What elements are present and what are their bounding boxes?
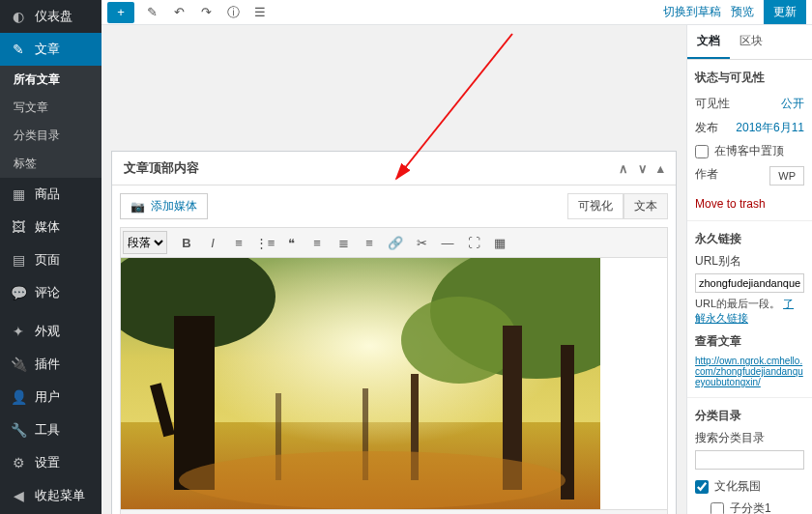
comments-icon: 💬 — [10, 284, 27, 301]
ol-button[interactable]: ⋮≡ — [252, 230, 277, 255]
sidebar-label: 评论 — [35, 284, 60, 301]
pages-icon: ▤ — [10, 251, 27, 269]
align-left-button[interactable]: ≡ — [304, 230, 330, 255]
sidebar-item-settings[interactable]: ⚙ 设置 — [0, 446, 102, 479]
sticky-label: 在博客中置顶 — [714, 143, 784, 159]
categories-title: 分类目录 — [695, 408, 804, 424]
sidebar-label: 商品 — [35, 186, 60, 203]
unlink-button[interactable]: ✂ — [409, 230, 434, 255]
media-icon: 🖾 — [10, 218, 27, 236]
visibility-label: 可见性 — [695, 96, 730, 112]
status-title: 状态与可见性 — [695, 70, 804, 86]
view-post-title: 查看文章 — [695, 333, 804, 350]
content-image — [121, 258, 600, 509]
url-last-label: URL的最后一段。 — [695, 298, 780, 309]
sidebar-item-pages[interactable]: ▤ 页面 — [0, 243, 102, 276]
text-tab[interactable]: 文本 — [624, 193, 668, 219]
visual-tab[interactable]: 可视化 — [567, 193, 624, 219]
pin-icon: ✎ — [10, 41, 27, 58]
sidebar-item-comments[interactable]: 💬 评论 — [0, 276, 102, 309]
format-select[interactable]: 段落 — [123, 231, 167, 254]
info-button[interactable]: ⓘ — [219, 2, 246, 23]
add-block-button[interactable]: + — [107, 2, 134, 23]
category-label: 子分类1 — [730, 500, 771, 514]
toggle-icon[interactable]: ▴ — [657, 161, 664, 176]
block-tab[interactable]: 区块 — [730, 25, 772, 59]
toolbar-toggle-button[interactable]: ▦ — [487, 230, 512, 255]
preview-link[interactable]: 预览 — [731, 4, 754, 20]
url-alias-label: URL别名 — [695, 253, 804, 270]
svg-point-5 — [401, 297, 517, 384]
editor-main: 文章顶部内容 ∧ ∨ ▴ 📷 添加媒体 可视化 文本 段落 B I ≡ ⋮≡ — [102, 25, 686, 514]
sidebar-label: 插件 — [35, 356, 60, 373]
category-checkbox-culture[interactable] — [695, 480, 709, 494]
chevron-down-icon[interactable]: ∨ — [638, 161, 648, 176]
editor-content-area[interactable] — [120, 258, 668, 510]
align-center-button[interactable]: ≣ — [331, 230, 356, 255]
submenu-new-post[interactable]: 写文章 — [0, 94, 102, 122]
sidebar-item-products[interactable]: ▦ 商品 — [0, 178, 102, 211]
post-url-link[interactable]: http://own.ngrok.cmhello.com/zhongfudeji… — [695, 356, 803, 387]
more-button[interactable]: — — [435, 230, 460, 255]
sidebar-item-dashboard[interactable]: ◐ 仪表盘 — [0, 0, 102, 33]
outline-button[interactable]: ☰ — [246, 2, 274, 23]
editor-status-bar: P — [120, 510, 668, 514]
editor-toolbar: 段落 B I ≡ ⋮≡ ❝ ≡ ≣ ≡ 🔗 ✂ — ⛶ ▦ — [120, 227, 668, 258]
permalink-title: 永久链接 — [695, 231, 804, 247]
italic-button[interactable]: I — [200, 230, 225, 255]
sidebar-item-media[interactable]: 🖾 媒体 — [0, 211, 102, 243]
search-categories-label: 搜索分类目录 — [695, 430, 804, 446]
ul-button[interactable]: ≡ — [226, 230, 251, 255]
sidebar-item-posts[interactable]: ✎ 文章 — [0, 33, 102, 66]
fullscreen-button[interactable]: ⛶ — [461, 230, 486, 255]
update-button[interactable]: 更新 — [764, 0, 806, 24]
settings-icon: ⚙ — [10, 454, 27, 471]
sidebar-item-users[interactable]: 👤 用户 — [0, 381, 102, 414]
undo-button[interactable]: ↶ — [165, 2, 192, 23]
sticky-checkbox[interactable] — [695, 145, 709, 158]
document-tab[interactable]: 文档 — [687, 25, 730, 59]
metabox-header: 文章顶部内容 ∧ ∨ ▴ — [112, 152, 676, 186]
trash-link[interactable]: Move to trash — [695, 197, 766, 211]
svg-rect-6 — [174, 316, 215, 490]
edit-icon[interactable]: ✎ — [138, 2, 165, 23]
posts-submenu: 所有文章 写文章 分类目录 标签 — [0, 66, 102, 178]
sidebar-label: 工具 — [35, 421, 60, 439]
submenu-categories[interactable]: 分类目录 — [0, 122, 102, 150]
sidebar-label: 文章 — [35, 41, 60, 58]
sidebar-label: 收起菜单 — [35, 487, 85, 504]
quote-button[interactable]: ❝ — [278, 230, 304, 255]
search-categories-input[interactable] — [695, 450, 804, 470]
chevron-up-icon[interactable]: ∧ — [619, 161, 628, 176]
sidebar-label: 页面 — [35, 251, 60, 269]
sidebar-label: 设置 — [35, 454, 60, 471]
author-label: 作者 — [695, 166, 718, 186]
redo-button[interactable]: ↷ — [192, 2, 219, 23]
tools-icon: 🔧 — [10, 421, 27, 439]
plugins-icon: 🔌 — [10, 356, 27, 373]
align-right-button[interactable]: ≡ — [357, 230, 382, 255]
switch-editor-link[interactable]: 切换到草稿 — [663, 4, 721, 20]
sidebar-label: 外观 — [35, 323, 60, 340]
publish-label: 发布 — [695, 120, 718, 136]
category-label: 文化氛围 — [714, 478, 761, 495]
url-alias-input[interactable] — [695, 273, 804, 293]
author-select[interactable]: WP — [769, 166, 804, 186]
link-button[interactable]: 🔗 — [383, 230, 408, 255]
admin-sidebar: ◐ 仪表盘 ✎ 文章 所有文章 写文章 分类目录 标签 ▦ 商品 🖾 媒体 ▤ … — [0, 0, 102, 514]
products-icon: ▦ — [10, 186, 27, 203]
add-media-button[interactable]: 📷 添加媒体 — [120, 193, 208, 219]
bold-button[interactable]: B — [174, 230, 199, 255]
publish-date[interactable]: 2018年6月11 — [736, 120, 804, 136]
sidebar-item-tools[interactable]: 🔧 工具 — [0, 414, 102, 446]
submenu-all-posts[interactable]: 所有文章 — [0, 66, 102, 94]
sidebar-item-plugins[interactable]: 🔌 插件 — [0, 348, 102, 381]
visibility-value[interactable]: 公开 — [781, 96, 804, 112]
add-media-label: 添加媒体 — [151, 198, 197, 214]
category-checkbox-sub1[interactable] — [710, 502, 724, 515]
sidebar-collapse[interactable]: ◀ 收起菜单 — [0, 479, 102, 512]
media-icon: 📷 — [130, 200, 145, 214]
submenu-tags[interactable]: 标签 — [0, 150, 102, 178]
sidebar-item-appearance[interactable]: ✦ 外观 — [0, 315, 102, 348]
users-icon: 👤 — [10, 388, 27, 406]
